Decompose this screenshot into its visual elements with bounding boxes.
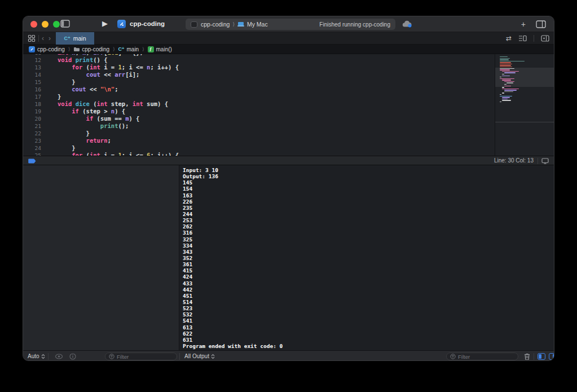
code-text: void dice (int step, int sum) { — [43, 100, 168, 108]
scheme-activity-pill[interactable]: cpp-coding ⟩ My Mac Finished running cpp… — [186, 19, 395, 30]
line-number[interactable]: 15 — [23, 78, 43, 86]
filter-input[interactable] — [117, 354, 168, 360]
console-line: 514 — [183, 299, 554, 305]
minimap[interactable] — [495, 54, 554, 156]
breadcrumb: cpp-coding ⟩ cpp-coding ⟩ C⁺ main ⟩ ƒ ma… — [23, 45, 554, 54]
code-line[interactable]: 23 return; — [23, 137, 495, 144]
run-button[interactable]: ▶ — [102, 19, 108, 28]
zoom-window-button[interactable] — [53, 21, 60, 28]
code-line[interactable]: 15 } — [23, 78, 495, 86]
code-text: print(); — [43, 122, 129, 130]
output-scope-label: All Output — [184, 353, 209, 359]
filter-icon — [450, 354, 456, 359]
add-editor-icon[interactable] — [541, 35, 549, 42]
clear-console-trash-icon[interactable] — [524, 353, 530, 360]
console-line: 415 — [183, 267, 554, 274]
counterparts-swap-icon[interactable]: ⇄ — [506, 34, 512, 42]
variables-scope-selector[interactable]: Auto — [28, 353, 45, 359]
activity-status-text: Finished running cpp-coding — [319, 21, 390, 28]
go-forward-button[interactable]: › — [49, 34, 51, 42]
scheme-destination-label[interactable]: My Mac — [247, 21, 268, 28]
breadcrumb-separator: ⟩ — [142, 46, 144, 52]
line-number[interactable]: 25 — [23, 152, 43, 156]
console-line: 433 — [183, 280, 554, 287]
code-text: } — [43, 93, 61, 100]
navigator-sidebar-toggle-icon[interactable] — [60, 20, 70, 28]
folder-icon — [73, 46, 80, 52]
cursor-position-indicator: Line: 30 Col: 13 — [494, 157, 534, 164]
xcode-window: ▶ cpp-coding cpp-coding ⟩ My Mac Finishe… — [23, 16, 554, 361]
line-number[interactable]: 23 — [23, 137, 43, 144]
filter-icon — [109, 354, 114, 359]
breadcrumb-separator: ⟩ — [113, 46, 114, 52]
breadcrumb-group[interactable]: cpp-coding — [73, 46, 109, 52]
tab-main[interactable]: C⁺ main — [56, 32, 94, 45]
code-text: cout << "\n"; — [43, 86, 118, 93]
minimap-viewport[interactable] — [495, 68, 554, 87]
line-number[interactable]: 17 — [23, 93, 43, 100]
console-line: 532 — [183, 311, 554, 318]
code-line[interactable]: 14 cout << arr[i]; — [23, 71, 495, 78]
code-line[interactable]: 18void dice (int step, int sum) { — [23, 100, 495, 108]
breadcrumb-file[interactable]: C⁺ main — [118, 46, 139, 52]
code-line[interactable]: 17} — [23, 93, 495, 100]
console-output[interactable]: Input: 3 10Output: 136145154163226235244… — [179, 165, 554, 350]
code-line[interactable]: 24 } — [23, 144, 495, 152]
line-number[interactable]: 12 — [23, 56, 43, 64]
console-line: 253 — [183, 217, 554, 223]
breakpoints-toggle-icon[interactable] — [28, 158, 36, 164]
editor-options-icon[interactable] — [518, 35, 527, 42]
line-number[interactable]: 18 — [23, 100, 43, 108]
console-line: 631 — [183, 337, 554, 343]
code-text: if (sum == m) { — [43, 115, 139, 122]
toggle-variables-view-icon[interactable] — [538, 353, 545, 360]
breadcrumb-label: cpp-coding — [37, 46, 65, 52]
variables-filter-field[interactable] — [105, 353, 177, 360]
line-number[interactable]: 19 — [23, 108, 43, 115]
console-line: 361 — [183, 261, 554, 267]
variables-view[interactable] — [23, 165, 179, 350]
close-window-button[interactable] — [30, 21, 37, 28]
code-line[interactable]: 25 for (int i = 1; i <= 6; i++) { — [23, 152, 495, 156]
device-monitor-icon[interactable] — [541, 158, 549, 164]
console-line: 352 — [183, 255, 554, 261]
chevron-up-down-icon — [211, 354, 215, 359]
eye-quicklook-icon[interactable] — [55, 354, 63, 359]
related-items-grid-icon[interactable] — [28, 34, 36, 42]
console-line: Output: 136 — [183, 173, 554, 179]
code-line[interactable]: 19 if (step > n) { — [23, 108, 495, 115]
filter-input[interactable] — [458, 354, 509, 360]
console-output-scope-selector[interactable]: All Output — [184, 353, 215, 359]
code-text: for (int i = 1; i <= n; i++) { — [43, 64, 179, 71]
minimize-window-button[interactable] — [42, 21, 49, 28]
window-title: cpp-coding — [130, 20, 165, 27]
line-number[interactable]: 16 — [23, 86, 43, 93]
new-tab-button[interactable]: + — [521, 20, 526, 29]
line-number[interactable]: 22 — [23, 130, 43, 137]
line-number[interactable]: 24 — [23, 144, 43, 152]
cpp-file-icon: C⁺ — [118, 46, 125, 52]
line-number[interactable]: 21 — [23, 122, 43, 130]
go-back-button[interactable]: ‹ — [42, 34, 44, 42]
scheme-target-label[interactable]: cpp-coding — [201, 21, 230, 28]
source-editor[interactable]: 11int n, m, arr[101] = {};12void print()… — [23, 54, 554, 156]
editor-layout-icon[interactable] — [536, 20, 546, 28]
code-line[interactable]: 22 } — [23, 130, 495, 137]
code-line[interactable]: 20 if (sum == m) { — [23, 115, 495, 122]
console-line: 226 — [183, 199, 554, 205]
line-number[interactable]: 13 — [23, 64, 43, 71]
breadcrumb-symbol[interactable]: ƒ main() — [148, 46, 172, 52]
code-line[interactable]: 12void print() { — [23, 56, 495, 64]
code-line[interactable]: 13 for (int i = 1; i <= n; i++) { — [23, 64, 495, 71]
console-line: 145 — [183, 179, 554, 186]
code-line[interactable]: 16 cout << "\n"; — [23, 86, 495, 93]
cloud-sync-icon[interactable] — [402, 20, 412, 28]
breadcrumb-project[interactable]: cpp-coding — [29, 46, 65, 52]
line-number[interactable]: 20 — [23, 115, 43, 122]
my-mac-icon — [237, 22, 244, 27]
code-line[interactable]: 21 print(); — [23, 122, 495, 130]
info-icon[interactable] — [69, 353, 76, 360]
toggle-console-view-icon[interactable] — [549, 353, 554, 360]
line-number[interactable]: 14 — [23, 71, 43, 78]
console-filter-field[interactable] — [446, 353, 518, 360]
